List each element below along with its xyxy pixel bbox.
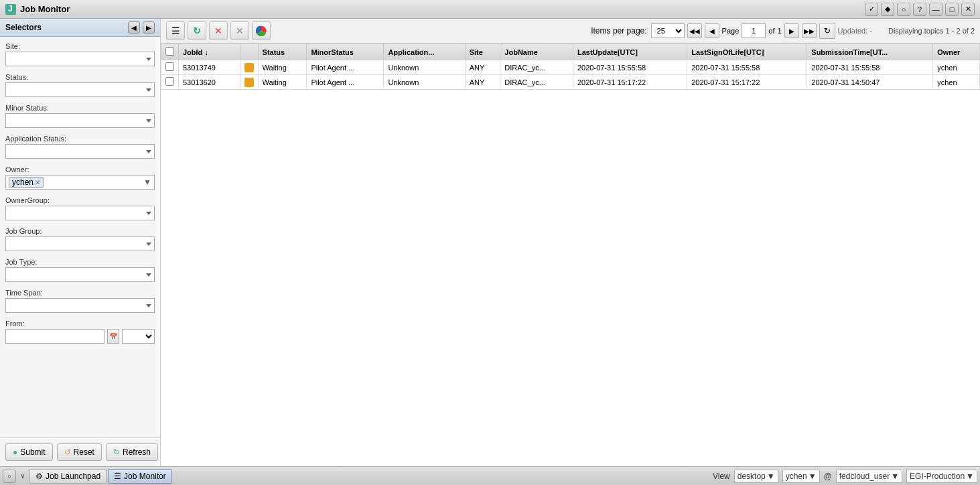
owner-tag-remove[interactable]: ✕ — [35, 179, 40, 186]
next-page-btn[interactable]: ▶ — [784, 23, 799, 38]
check-btn[interactable]: ✓ — [865, 3, 878, 16]
reset-icon: ↺ — [64, 447, 71, 457]
row-last-update: 2020-07-31 15:55:58 — [573, 60, 687, 75]
table-area: JobId ↓ Status MinorStatus Application..… — [161, 44, 980, 466]
application-header[interactable]: Application... — [384, 44, 465, 60]
taskbar: ○ ∨ ⚙ Job Launchpad ☰ Job Monitor View d… — [0, 466, 980, 485]
close-btn[interactable]: ✕ — [961, 3, 975, 16]
status-header[interactable]: Status — [258, 44, 307, 60]
row-status: Waiting — [258, 60, 307, 75]
minor-status-field-group: Minor Status: — [5, 104, 155, 128]
items-per-page-select[interactable]: 25 50 100 — [651, 23, 685, 38]
list-view-btn[interactable]: ☰ — [166, 21, 185, 40]
sidebar-collapse-btn[interactable]: ◀ — [128, 21, 140, 33]
toolbar-cancel-btn[interactable]: ✕ — [230, 21, 249, 40]
site-select[interactable] — [5, 52, 155, 66]
desktop-dropdown[interactable]: desktop ▼ — [734, 470, 778, 483]
row-checkbox-cell[interactable] — [161, 75, 179, 90]
toolbar-refresh-btn[interactable]: ↻ — [188, 21, 206, 40]
items-per-page: Items per page: 25 50 100 — [591, 23, 684, 38]
circle-btn[interactable]: ○ — [897, 3, 910, 16]
site-header[interactable]: Site — [465, 44, 500, 60]
display-info: Displaying topics 1 - 2 of 2 — [888, 27, 975, 35]
status-dot — [244, 78, 254, 87]
status-select[interactable] — [5, 82, 155, 97]
last-sign-header[interactable]: LastSignOfLife[UTC] — [687, 44, 807, 60]
row-status-dot-cell — [240, 60, 258, 75]
sidebar-header: Selectors ◀ ▶ — [0, 19, 160, 37]
diamond-btn[interactable]: ◆ — [881, 3, 894, 16]
row-minor-status: Pilot Agent ... — [307, 60, 384, 75]
minor-status-header[interactable]: MinorStatus — [307, 44, 384, 60]
row-jobid: 53013749 — [179, 60, 240, 75]
group-arrow: ▼ — [966, 472, 974, 481]
select-all-checkbox[interactable] — [165, 47, 174, 56]
group-dropdown[interactable]: EGI-Production ▼ — [906, 470, 977, 483]
os-menu-btn[interactable]: ○ — [3, 470, 16, 483]
row-jobname: DIRAC_yc... — [500, 75, 573, 90]
owner-dropdown-arrow[interactable]: ▼ — [143, 178, 151, 187]
jobs-tbody: 53013749 Waiting Pilot Agent ... Unknown… — [161, 60, 980, 90]
maximize-btn[interactable]: □ — [945, 3, 959, 16]
content-area: ☰ ↻ ✕ ✕ Items per page: 25 50 100 — [161, 19, 980, 466]
fedcloud-dropdown[interactable]: fedcloud_user ▼ — [836, 470, 902, 483]
table-header-row: JobId ↓ Status MinorStatus Application..… — [161, 44, 980, 60]
owner-input[interactable]: ychen ✕ ▼ — [5, 175, 155, 190]
prev-page-btn[interactable]: ◀ — [705, 23, 719, 38]
toolbar: ☰ ↻ ✕ ✕ Items per page: 25 50 100 — [161, 19, 980, 44]
job-launchpad-label: Job Launchpad — [46, 472, 100, 481]
first-page-btn[interactable]: ◀◀ — [687, 23, 702, 38]
owner-group-select[interactable] — [5, 206, 155, 220]
user-dropdown[interactable]: ychen ▼ — [782, 470, 820, 483]
job-group-select[interactable] — [5, 236, 155, 251]
from-calendar-btn[interactable]: 📅 — [107, 329, 119, 344]
select-all-header[interactable] — [161, 44, 179, 60]
row-jobid: 53013620 — [179, 75, 240, 90]
refresh-button[interactable]: ↻ Refresh — [106, 443, 158, 461]
window-controls: ✓ ◆ ○ ? — □ ✕ — [865, 3, 975, 16]
toolbar-pie-btn[interactable] — [252, 21, 271, 40]
row-last-sign: 2020-07-31 15:17:22 — [687, 75, 807, 90]
time-span-select[interactable] — [5, 298, 155, 313]
at-sign: @ — [824, 472, 832, 481]
page-input[interactable] — [742, 23, 766, 38]
sidebar-footer: ● Submit ↺ Reset ↻ Refresh — [0, 437, 160, 466]
taskbar-job-monitor[interactable]: ☰ Job Monitor — [108, 469, 172, 484]
fedcloud-value: fedcloud_user — [839, 472, 890, 481]
row-owner: ychen — [933, 60, 980, 75]
from-input[interactable] — [5, 329, 104, 344]
job-group-field-group: Job Group: — [5, 227, 155, 251]
submission-time-header[interactable]: SubmissionTime[UT... — [807, 44, 933, 60]
job-type-select[interactable] — [5, 267, 155, 282]
submit-icon: ● — [13, 447, 17, 457]
last-page-btn[interactable]: ▶▶ — [802, 23, 817, 38]
row-jobname: DIRAC_yc... — [500, 60, 573, 75]
from-label: From: — [5, 320, 155, 328]
minor-status-label: Minor Status: — [5, 104, 155, 112]
table-row[interactable]: 53013749 Waiting Pilot Agent ... Unknown… — [161, 60, 980, 75]
row-owner: ychen — [933, 75, 980, 90]
site-field-group: Site: — [5, 42, 155, 66]
owner-header[interactable]: Owner — [933, 44, 980, 60]
taskbar-job-launchpad[interactable]: ⚙ Job Launchpad — [29, 469, 107, 484]
toolbar-delete-btn[interactable]: ✕ — [209, 21, 228, 40]
from-time-select[interactable] — [122, 329, 155, 344]
minimize-btn[interactable]: — — [929, 3, 942, 16]
reset-button[interactable]: ↺ Reset — [57, 443, 102, 461]
row-checkbox-0[interactable] — [165, 62, 174, 71]
jobid-header[interactable]: JobId ↓ — [179, 44, 240, 60]
table-row[interactable]: 53013620 Waiting Pilot Agent ... Unknown… — [161, 75, 980, 90]
submit-button[interactable]: ● Submit — [5, 443, 53, 461]
last-update-header[interactable]: LastUpdate[UTC] — [573, 44, 687, 60]
row-checkbox-cell[interactable] — [161, 60, 179, 75]
row-checkbox-1[interactable] — [165, 77, 174, 86]
app-status-select[interactable] — [5, 144, 155, 159]
sidebar-expand-btn[interactable]: ▶ — [143, 21, 155, 33]
app-status-label: Application Status: — [5, 135, 155, 143]
row-application: Unknown — [384, 75, 465, 90]
job-launchpad-icon: ⚙ — [36, 472, 43, 481]
auto-refresh-btn[interactable]: ↻ — [819, 23, 835, 39]
jobname-header[interactable]: JobName — [500, 44, 573, 60]
minor-status-select[interactable] — [5, 113, 155, 128]
help-btn[interactable]: ? — [913, 3, 926, 16]
